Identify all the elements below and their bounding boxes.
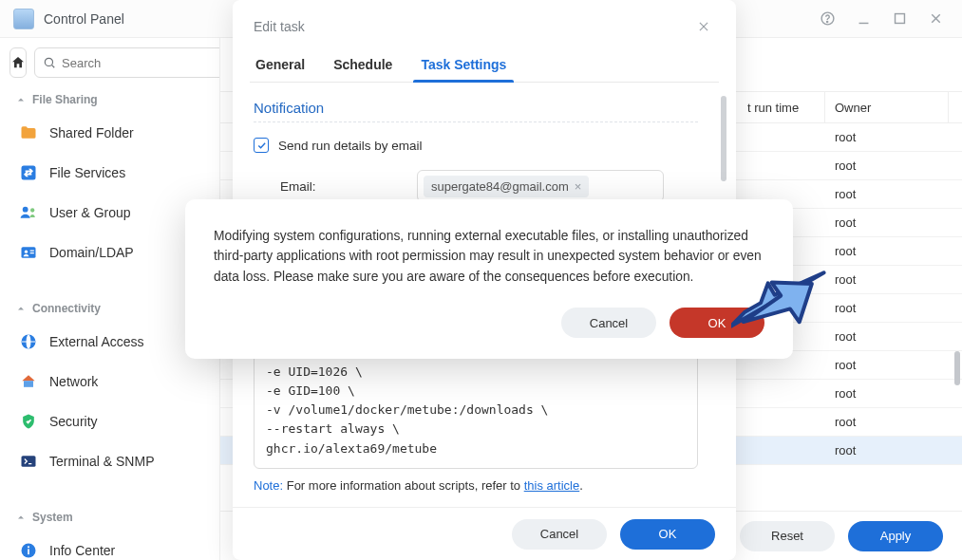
section-file-sharing[interactable]: File Sharing — [9, 84, 210, 110]
edit-task-ok-button[interactable]: OK — [620, 519, 715, 550]
cell-owner: root — [825, 443, 949, 457]
chevron-up-icon — [15, 303, 27, 314]
sidebar-item-label: Info Center — [49, 543, 115, 558]
sidebar-item-label: Terminal & SNMP — [49, 454, 154, 469]
sidebar-item-file-services[interactable]: File Services — [9, 156, 210, 190]
sidebar-item-domain-ldap[interactable]: Domain/LDAP — [9, 235, 210, 270]
svg-rect-8 — [22, 166, 36, 180]
folder-icon — [19, 123, 38, 142]
id-card-icon — [19, 243, 38, 262]
cell-owner: root — [825, 386, 949, 401]
sidebar-item-label: User & Group — [49, 205, 131, 220]
svg-point-17 — [28, 546, 29, 548]
svg-line-7 — [52, 65, 55, 68]
sidebar-item-security[interactable]: Security — [9, 404, 210, 439]
warning-dialog: Modifying system configurations, running… — [185, 199, 793, 359]
warning-ok-button[interactable]: OK — [670, 308, 764, 338]
send-email-checkbox[interactable] — [254, 138, 269, 153]
minimize-button[interactable] — [850, 6, 877, 32]
terminal-icon — [19, 452, 38, 471]
search-icon — [43, 56, 56, 69]
svg-point-10 — [30, 208, 34, 212]
content-scrollbar[interactable] — [954, 161, 960, 475]
sidebar-item-label: Network — [49, 374, 98, 389]
sidebar-item-shared-folder[interactable]: Shared Folder — [9, 116, 210, 150]
sidebar-item-label: File Services — [49, 165, 125, 180]
note-link[interactable]: this article — [524, 478, 580, 493]
cell-owner: root — [825, 301, 949, 315]
email-field[interactable]: supergate84@gmail.com × — [417, 170, 664, 202]
dialog-close-button[interactable] — [692, 15, 715, 38]
sidebar-item-label: Shared Folder — [49, 125, 134, 140]
section-connectivity[interactable]: Connectivity — [9, 292, 210, 319]
send-email-label: Send run details by email — [278, 139, 423, 153]
users-icon — [19, 203, 38, 222]
section-system[interactable]: System — [9, 501, 210, 528]
cell-owner: root — [825, 244, 949, 258]
tab-schedule[interactable]: Schedule — [331, 51, 394, 82]
cell-owner: root — [825, 358, 949, 372]
window-title: Control Panel — [44, 11, 124, 27]
sidebar-item-label: Domain/LDAP — [49, 245, 134, 260]
checkmark-icon — [256, 140, 267, 151]
swap-icon — [19, 163, 38, 182]
info-icon — [19, 541, 38, 560]
cell-owner: root — [825, 215, 949, 230]
chevron-up-icon — [15, 94, 27, 105]
reset-button[interactable]: Reset — [740, 521, 835, 551]
svg-point-9 — [23, 207, 28, 213]
home-button[interactable] — [9, 47, 27, 78]
svg-point-12 — [25, 251, 28, 253]
close-button[interactable] — [922, 6, 949, 32]
sidebar-item-network[interactable]: Network — [9, 364, 210, 399]
email-label: Email: — [280, 179, 404, 194]
chevron-up-icon — [15, 512, 27, 523]
search-field[interactable] — [34, 47, 220, 78]
dialog-title: Edit task — [254, 19, 305, 34]
sidebar-item-label: External Access — [49, 334, 144, 349]
tab-general[interactable]: General — [254, 51, 307, 82]
warning-cancel-button[interactable]: Cancel — [561, 308, 656, 338]
tab-task-settings[interactable]: Task Settings — [419, 51, 508, 82]
notification-section-title: Notification — [254, 96, 698, 122]
shield-icon — [19, 412, 38, 431]
sidebar-item-user-group[interactable]: User & Group — [9, 196, 210, 230]
svg-rect-3 — [895, 14, 904, 24]
sidebar-item-label: Security — [49, 414, 98, 429]
help-button[interactable] — [814, 6, 840, 32]
cell-owner: root — [825, 329, 949, 344]
close-icon — [697, 20, 710, 33]
col-owner[interactable]: Owner — [825, 92, 949, 122]
cell-owner: root — [825, 159, 949, 173]
cell-owner: root — [825, 187, 949, 201]
svg-point-6 — [45, 58, 52, 65]
warning-message: Modifying system configurations, running… — [214, 226, 764, 287]
search-input[interactable] — [62, 56, 220, 70]
sidebar-item-info-center[interactable]: Info Center — [9, 533, 210, 560]
cell-owner: root — [825, 130, 949, 144]
app-icon — [13, 9, 34, 29]
home-icon — [10, 55, 26, 70]
cell-owner: root — [825, 272, 949, 287]
cell-owner: root — [825, 415, 949, 429]
edit-task-cancel-button[interactable]: Cancel — [512, 519, 607, 550]
svg-rect-14 — [22, 456, 36, 467]
user-script-textarea[interactable]: -e UID=1026 \ -e GID=100 \ -v /volume1/d… — [254, 352, 698, 469]
maximize-button[interactable] — [886, 6, 913, 32]
script-note: Note: For more information about scripts… — [254, 469, 698, 493]
email-tag-value: supergate84@gmail.com — [431, 179, 569, 194]
col-runtime[interactable]: t run time — [738, 92, 825, 122]
sidebar-item-terminal-snmp[interactable]: Terminal & SNMP — [9, 444, 210, 478]
svg-rect-16 — [28, 549, 29, 554]
email-tag-remove[interactable]: × — [575, 179, 582, 194]
svg-point-1 — [826, 21, 827, 22]
globe-icon — [19, 332, 38, 351]
house-network-icon — [19, 372, 38, 391]
apply-button[interactable]: Apply — [848, 521, 943, 551]
sidebar-item-external-access[interactable]: External Access — [9, 325, 210, 359]
